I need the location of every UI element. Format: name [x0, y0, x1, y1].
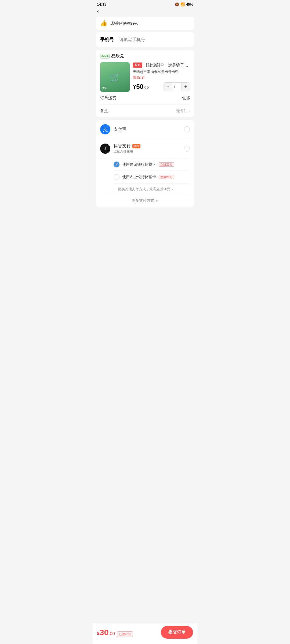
shipping-row: 订单运费 包邮: [100, 92, 190, 105]
shipping-label: 订单运费: [100, 96, 116, 101]
product-image: 🛒: [100, 62, 130, 92]
bank2-radio[interactable]: [114, 174, 119, 180]
quantity-control: − +: [164, 82, 190, 91]
product-description: 天猫超市享淘卡50元卡号卡密: [133, 69, 190, 74]
double11-tag: 双11: [133, 63, 142, 68]
product-card: 易乐兑 易乐兑 🛒 双11 【让你刷单一定是骗子… 天猫超市享淘卡50元卡号卡密…: [96, 50, 194, 117]
price-symbol: ¥: [133, 83, 136, 90]
note-value: 无备注 ›: [176, 109, 190, 114]
bank2-option[interactable]: 使用农业银行储蓄卡 立减20元: [114, 171, 190, 184]
alipay-radio[interactable]: [184, 126, 190, 132]
note-row[interactable]: 备注 无备注 ›: [100, 105, 190, 114]
bank2-discount-badge: 立减20元: [159, 175, 174, 179]
tiktok-sub-text: 过亿人都在用: [114, 149, 181, 154]
limit-text: 限购1件: [133, 75, 190, 80]
tiktok-radio[interactable]: [184, 146, 190, 152]
store-rating-banner: 👍 店铺好评率99%: [96, 17, 194, 30]
product-row: 🛒 双11 【让你刷单一定是骗子… 天猫超市享淘卡50元卡号卡密 限购1件 ¥5…: [100, 62, 190, 92]
status-time: 14:13: [97, 2, 107, 6]
product-price: ¥50.00: [133, 83, 148, 90]
phone-input[interactable]: [119, 37, 190, 42]
alipay-name-container: 支付宝: [114, 127, 181, 132]
brand-badge: 易乐兑: [100, 54, 110, 58]
alipay-option[interactable]: 支 支付宝: [100, 120, 190, 139]
note-label: 备注: [100, 108, 108, 114]
tiktok-name-container: 抖音支付 推荐 过亿人都在用: [114, 143, 181, 154]
more-methods-text: 更多支付方式: [132, 198, 154, 203]
note-chevron-icon: ›: [189, 109, 190, 113]
recommend-badge: 推荐: [132, 144, 140, 148]
price-decimal: .00: [143, 85, 148, 90]
quantity-input[interactable]: [172, 83, 182, 91]
product-title: 【让你刷单一定是骗子…: [144, 62, 188, 68]
more-discount-row[interactable]: 更换其他支付方式，最高立减20元 ›: [114, 184, 190, 195]
bank1-discount-badge: 立减20元: [159, 162, 174, 167]
bank1-text: 使用建设银行储蓄卡 立减20元: [122, 162, 190, 167]
product-cart-icon: 🛒: [110, 72, 120, 82]
wifi-icon: 📶: [180, 2, 185, 6]
status-bar: 14:13 🔕 📶 45%: [93, 0, 197, 8]
bank2-text: 使用农业银行储蓄卡 立减20元: [122, 175, 190, 180]
tiktok-name-text: 抖音支付: [114, 143, 131, 149]
thumbs-up-icon: 👍: [100, 20, 107, 27]
back-button[interactable]: ‹: [97, 9, 99, 14]
bank-options: 使用建设银行储蓄卡 立减20元 使用农业银行储蓄卡 立减20元 更换其他支付方式…: [100, 158, 190, 195]
alipay-icon: 支: [100, 124, 110, 134]
brand-logo-row: 易乐兑 易乐兑: [100, 53, 190, 59]
payment-card: 支 支付宝 ♪ 抖音支付 推荐 过亿人都在用 使用建设银行储蓄卡 立减20元: [96, 120, 194, 207]
store-rating-text: 店铺好评率99%: [110, 21, 138, 26]
more-methods-row[interactable]: 更多支付方式 ∨: [100, 195, 190, 207]
alipay-name-text: 支付宝: [114, 127, 126, 131]
bank1-radio-checked[interactable]: [114, 162, 119, 167]
bell-icon: 🔕: [175, 2, 179, 6]
nav-bar: ‹: [93, 8, 197, 17]
shipping-value: 包邮: [182, 96, 190, 101]
battery-icon: 45%: [186, 2, 193, 6]
more-discount-text: 更换其他支付方式，最高立减20元: [118, 187, 171, 191]
price-integer: 50: [136, 83, 143, 90]
status-icons: 🔕 📶 45%: [175, 2, 193, 6]
note-text: 无备注: [176, 109, 187, 114]
brand-name: 易乐兑: [111, 53, 124, 59]
phone-section-card: 手机号: [96, 32, 194, 47]
tiktok-icon: ♪: [100, 144, 110, 154]
quantity-increase-button[interactable]: +: [182, 83, 190, 91]
phone-label: 手机号: [100, 36, 114, 43]
product-info: 双11 【让你刷单一定是骗子… 天猫超市享淘卡50元卡号卡密 限购1件 ¥50.…: [133, 62, 190, 91]
tiktok-pay-option[interactable]: ♪ 抖音支付 推荐 过亿人都在用: [100, 139, 190, 158]
more-discount-arrow-icon: ›: [172, 187, 173, 191]
more-methods-chevron-icon: ∨: [155, 198, 158, 203]
bank1-option[interactable]: 使用建设银行储蓄卡 立减20元: [114, 158, 190, 171]
quantity-decrease-button[interactable]: −: [164, 83, 172, 91]
